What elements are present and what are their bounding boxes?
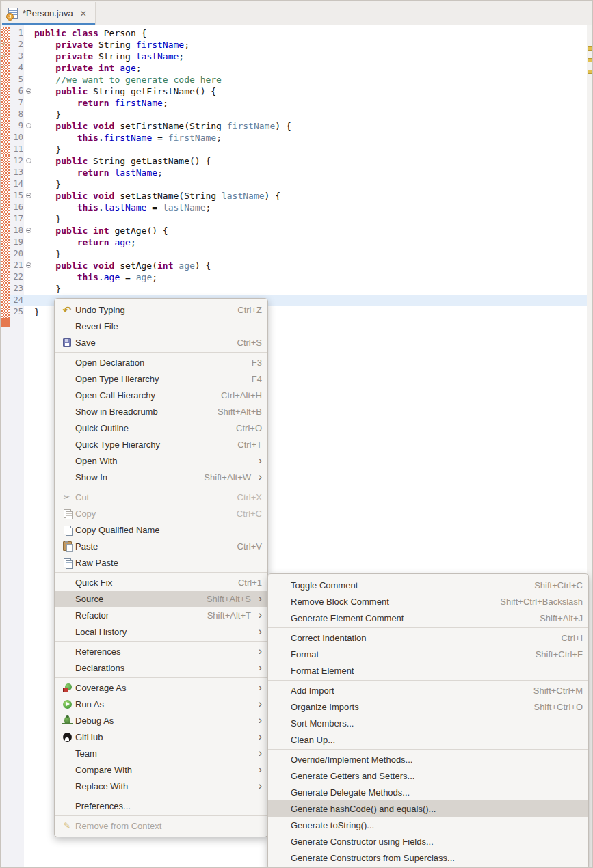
code-line-16[interactable]: 16 this.lastName = lastName; xyxy=(1,202,587,213)
menu-item-revert-file[interactable]: Revert File xyxy=(55,318,267,334)
warning-overview-marker[interactable] xyxy=(588,58,592,62)
menu-item-open-type-hierarchy[interactable]: Open Type HierarchyF4 xyxy=(55,370,267,387)
menu-item-format[interactable]: FormatShift+Ctrl+F xyxy=(268,646,588,662)
line-number[interactable]: 6 xyxy=(10,85,25,97)
code-line-18[interactable]: 18 public int getAge() { xyxy=(1,225,587,236)
menu-item-team[interactable]: Team› xyxy=(55,745,267,761)
fold-marker[interactable] xyxy=(25,190,33,202)
menu-item-add-import[interactable]: Add ImportShift+Ctrl+M xyxy=(268,682,588,699)
menu-item-quick-fix[interactable]: Quick FixCtrl+1 xyxy=(55,574,267,591)
menu-item-source[interactable]: SourceShift+Alt+S› xyxy=(55,591,267,607)
menu-item-github[interactable]: GitHub› xyxy=(55,729,267,745)
code-line-10[interactable]: 10 this.firstName = firstName; xyxy=(1,132,587,144)
menu-item-generate-tostring[interactable]: Generate toString()... xyxy=(268,817,588,833)
menu-item-coverage-as[interactable]: Coverage As› xyxy=(55,679,267,696)
menu-item-undo-typing[interactable]: ↶Undo TypingCtrl+Z xyxy=(55,301,267,318)
fold-marker[interactable] xyxy=(25,120,33,132)
menu-item-open-call-hierarchy[interactable]: Open Call HierarchyCtrl+Alt+H xyxy=(55,387,267,403)
line-number[interactable]: 24 xyxy=(10,295,25,306)
fold-marker[interactable] xyxy=(25,155,33,167)
menu-item-save[interactable]: SaveCtrl+S xyxy=(55,334,267,351)
code-line-23[interactable]: 23 } xyxy=(1,283,587,295)
fold-marker[interactable] xyxy=(25,260,33,271)
menu-item-generate-element-comment[interactable]: Generate Element CommentShift+Alt+J xyxy=(268,610,588,626)
menu-item-sort-members[interactable]: Sort Members... xyxy=(268,715,588,731)
menu-item-raw-paste[interactable]: Raw Paste xyxy=(55,554,267,571)
code-line-20[interactable]: 20 } xyxy=(1,248,587,260)
line-number[interactable]: 21 xyxy=(10,260,25,271)
menu-item-replace-with[interactable]: Replace With› xyxy=(55,778,267,794)
code-line-4[interactable]: ⚠4 private int age; xyxy=(1,62,587,74)
line-number[interactable]: 23 xyxy=(10,283,25,295)
menu-item-show-in-breadcrumb[interactable]: Show in BreadcrumbShift+Alt+B xyxy=(55,403,267,420)
line-number[interactable]: 7 xyxy=(10,97,25,109)
line-number[interactable]: 4 xyxy=(10,62,25,74)
warning-overview-marker[interactable] xyxy=(588,70,592,74)
code-line-1[interactable]: 1public class Person { xyxy=(1,27,587,39)
menu-item-remove-block-comment[interactable]: Remove Block CommentShift+Ctrl+Backslash xyxy=(268,593,588,610)
code-line-11[interactable]: 11 } xyxy=(1,144,587,155)
code-line-8[interactable]: 8 } xyxy=(1,109,587,120)
code-line-12[interactable]: 12 public String getLastName() { xyxy=(1,155,587,167)
line-number[interactable]: 15 xyxy=(10,190,25,202)
line-number[interactable]: 19 xyxy=(10,236,25,248)
line-number[interactable]: 25 xyxy=(10,306,25,318)
code-line-5[interactable]: 5 //we want to generate code here xyxy=(1,74,587,85)
menu-item-debug-as[interactable]: Debug As› xyxy=(55,712,267,729)
warning-overview-marker[interactable] xyxy=(588,46,592,51)
code-line-15[interactable]: 15 public void setLastName(String lastNa… xyxy=(1,190,587,202)
menu-item-open-with[interactable]: Open With› xyxy=(55,452,267,469)
menu-item-generate-getters-and-setters[interactable]: Generate Getters and Setters... xyxy=(268,768,588,784)
menu-item-quick-type-hierarchy[interactable]: Quick Type HierarchyCtrl+T xyxy=(55,436,267,452)
menu-item-override-implement-methods[interactable]: Override/Implement Methods... xyxy=(268,751,588,768)
menu-item-correct-indentation[interactable]: Correct IndentationCtrl+I xyxy=(268,629,588,646)
line-number[interactable]: 9 xyxy=(10,120,25,132)
menu-item-declarations[interactable]: Declarations› xyxy=(55,660,267,676)
code-line-6[interactable]: 6 public String getFirstName() { xyxy=(1,85,587,97)
code-line-7[interactable]: 7 return firstName; xyxy=(1,97,587,109)
line-number[interactable]: 1 xyxy=(10,27,25,39)
menu-item-compare-with[interactable]: Compare With› xyxy=(55,761,267,778)
line-number[interactable]: 5 xyxy=(10,74,25,85)
menu-item-refactor[interactable]: RefactorShift+Alt+T› xyxy=(55,607,267,623)
code-line-3[interactable]: ⚠3 private String lastName; xyxy=(1,51,587,62)
menu-item-format-element[interactable]: Format Element xyxy=(268,662,588,679)
code-line-14[interactable]: 14 } xyxy=(1,178,587,190)
line-number[interactable]: 16 xyxy=(10,202,25,213)
code-line-2[interactable]: ⚠2 private String firstName; xyxy=(1,39,587,51)
line-number[interactable]: 22 xyxy=(10,271,25,283)
line-number[interactable]: 11 xyxy=(10,144,25,155)
code-line-21[interactable]: 21 public void setAge(int age) { xyxy=(1,260,587,271)
line-number[interactable]: 20 xyxy=(10,248,25,260)
line-number[interactable]: 8 xyxy=(10,109,25,120)
line-number[interactable]: 17 xyxy=(10,213,25,225)
tab-close-icon[interactable]: ✕ xyxy=(78,8,89,20)
code-line-17[interactable]: 17 } xyxy=(1,213,587,225)
line-number[interactable]: 14 xyxy=(10,178,25,190)
menu-item-generate-constructor-using-fields[interactable]: Generate Constructor using Fields... xyxy=(268,833,588,850)
fold-marker[interactable] xyxy=(25,85,33,97)
menu-item-quick-outline[interactable]: Quick OutlineCtrl+O xyxy=(55,420,267,436)
code-line-19[interactable]: 19 return age; xyxy=(1,236,587,248)
menu-item-generate-hashcode-and-equals[interactable]: Generate hashCode() and equals()... xyxy=(268,800,588,817)
code-line-9[interactable]: 9 public void setFirstName(String firstN… xyxy=(1,120,587,132)
line-number[interactable]: 10 xyxy=(10,132,25,144)
menu-item-clean-up[interactable]: Clean Up... xyxy=(268,731,588,748)
code-line-13[interactable]: 13 return lastName; xyxy=(1,167,587,178)
menu-item-run-as[interactable]: Run As› xyxy=(55,696,267,712)
tab-person-java[interactable]: *Person.java ✕ xyxy=(2,2,96,25)
line-number[interactable]: 2 xyxy=(10,39,25,51)
menu-item-local-history[interactable]: Local History› xyxy=(55,623,267,640)
menu-item-open-declaration[interactable]: Open DeclarationF3 xyxy=(55,354,267,370)
menu-item-copy-qualified-name[interactable]: Copy Qualified Name xyxy=(55,521,267,538)
menu-item-paste[interactable]: PasteCtrl+V xyxy=(55,538,267,554)
code-line-22[interactable]: 22 this.age = age; xyxy=(1,271,587,283)
menu-item-generate-constructors-from-superclass[interactable]: Generate Constructors from Superclass... xyxy=(268,850,588,866)
menu-item-show-in[interactable]: Show InShift+Alt+W› xyxy=(55,469,267,485)
menu-item-organize-imports[interactable]: Organize ImportsShift+Ctrl+O xyxy=(268,699,588,715)
line-number[interactable]: 18 xyxy=(10,225,25,236)
line-number[interactable]: 13 xyxy=(10,167,25,178)
menu-item-references[interactable]: References› xyxy=(55,643,267,660)
menu-item-generate-delegate-methods[interactable]: Generate Delegate Methods... xyxy=(268,784,588,800)
menu-item-preferences[interactable]: Preferences... xyxy=(55,798,267,814)
